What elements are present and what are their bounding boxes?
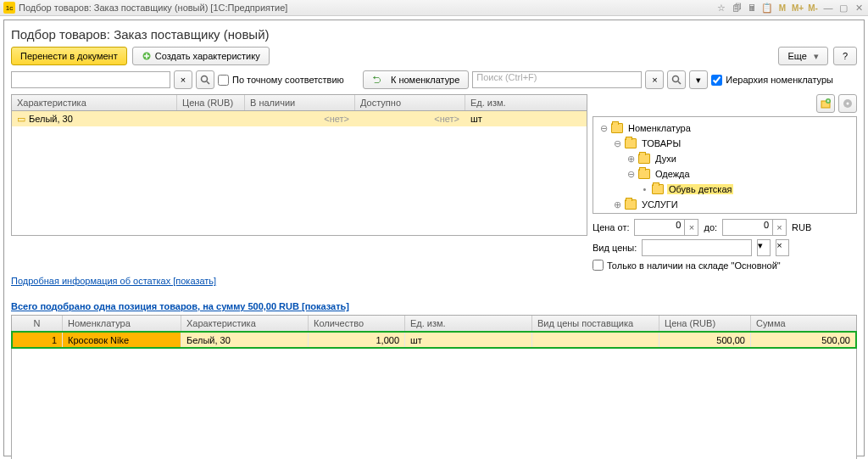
folder-icon [652, 184, 664, 194]
svg-point-3 [673, 76, 679, 82]
price-to-input[interactable]: 0 [722, 219, 773, 236]
col-available[interactable]: Доступно [355, 95, 465, 110]
more-button[interactable]: Еще▾ [778, 47, 827, 65]
hierarchy-checkbox[interactable]: Иерархия номенклатуры [711, 75, 833, 86]
tree-uslugi[interactable]: ⊕УСЛУГИ [597, 197, 853, 212]
tb-icon-1[interactable]: ☆ [715, 2, 727, 14]
exact-match-checkbox[interactable]: По точному соответствию [218, 75, 344, 86]
col2-sum[interactable]: Сумма [751, 316, 856, 331]
price-from-clear[interactable]: × [685, 219, 698, 236]
search-dropdown-button[interactable]: ▾ [689, 70, 708, 89]
tree-settings-button[interactable] [838, 94, 857, 113]
price-type-clear[interactable]: × [776, 239, 789, 256]
tree-odezhda[interactable]: ⊖Одежда [597, 166, 853, 182]
price-from-input[interactable]: 0 [634, 219, 685, 236]
price-type-dropdown[interactable]: ▾ [757, 239, 771, 256]
col2-n[interactable]: N [12, 316, 63, 331]
transfer-to-document-button[interactable]: Перенести в документ [11, 47, 127, 65]
tree-root[interactable]: ⊖Номенклатура [597, 120, 853, 136]
selected-item-row[interactable]: 1 Кросовок Nike Белый, 30 1,000 шт 500,0… [12, 332, 856, 348]
price-type-label: Вид цены: [593, 243, 637, 253]
col2-price[interactable]: Цена (RUB) [659, 316, 751, 331]
folder-icon [625, 138, 637, 148]
minimize-icon[interactable]: — [822, 2, 834, 14]
currency-label: RUB [792, 222, 811, 232]
svg-line-2 [207, 81, 209, 84]
svg-point-1 [202, 76, 208, 82]
tree-tovary[interactable]: ⊖ТОВАРЫ [597, 136, 853, 151]
price-from-label: Цена от: [593, 222, 629, 232]
col2-qty[interactable]: Количество [309, 316, 405, 331]
summary-link[interactable]: Всего подобрано одна позиция товаров, на… [11, 301, 857, 311]
search-1-button[interactable] [196, 70, 214, 89]
col2-uom[interactable]: Ед. изм. [405, 316, 532, 331]
only-instock-checkbox[interactable]: Только в наличии на складе "Основной" [593, 260, 857, 271]
close-icon[interactable]: ✕ [853, 2, 865, 14]
characteristic-row[interactable]: ▭Белый, 30 <нет> <нет> шт [12, 111, 587, 126]
clear-search-1-button[interactable]: × [174, 70, 192, 89]
characteristics-grid[interactable]: Характеристика Цена (RUB) В наличии Дост… [11, 94, 587, 236]
help-button[interactable]: ? [833, 47, 857, 65]
price-to-clear[interactable]: × [773, 219, 787, 236]
search-input-1[interactable] [11, 71, 170, 88]
titlebar: 1c Подбор товаров: Заказ поставщику (нов… [0, 0, 868, 16]
clear-search-2-button[interactable]: × [645, 70, 664, 89]
tb-icon-2[interactable]: 🗐 [731, 2, 743, 14]
item-icon: ▭ [17, 112, 25, 126]
memory-m[interactable]: M [776, 2, 788, 14]
nomenclature-tree[interactable]: ⊖Номенклатура ⊖ТОВАРЫ ⊕Духи ⊖Одежда •Обу… [593, 116, 857, 214]
app-logo-icon: 1c [3, 2, 15, 14]
calculator-icon[interactable]: 🖩 [746, 2, 758, 14]
tree-duhi[interactable]: ⊕Духи [597, 151, 853, 166]
folder-icon [625, 199, 637, 210]
folder-icon [638, 154, 650, 164]
search-2-button[interactable] [667, 70, 686, 89]
price-type-select[interactable] [642, 239, 752, 256]
create-characteristic-button[interactable]: Создать характеристику [132, 47, 270, 65]
col-price[interactable]: Цена (RUB) [177, 95, 245, 110]
search-input-2[interactable]: Поиск (Ctrl+F) [472, 71, 642, 88]
folder-icon [611, 123, 623, 133]
window-title: Подбор товаров: Заказ поставщику (новый)… [19, 3, 715, 13]
col2-char[interactable]: Характеристика [181, 316, 309, 331]
plus-icon [142, 51, 152, 61]
col2-nomen[interactable]: Номенклатура [63, 316, 181, 331]
memory-mminus[interactable]: M- [807, 2, 819, 14]
tree-obuv-detskaya[interactable]: •Обувь детская [597, 182, 853, 197]
col-instock[interactable]: В наличии [245, 95, 355, 110]
memory-mplus[interactable]: M+ [792, 2, 804, 14]
col-characteristic[interactable]: Характеристика [12, 95, 177, 110]
maximize-icon[interactable]: ▢ [837, 2, 849, 14]
col2-ptype[interactable]: Вид цены поставщика [532, 316, 659, 331]
calendar-icon[interactable]: 📋 [761, 2, 773, 14]
tree-add-button[interactable] [816, 94, 835, 113]
stock-details-link[interactable]: Подробная информация об остатках [показа… [11, 276, 857, 286]
svg-line-4 [678, 81, 681, 84]
to-nomenclature-button[interactable]: ⮌ К номенклатуре [363, 70, 469, 89]
folder-icon [638, 169, 650, 179]
page-title: Подбор товаров: Заказ поставщику (новый) [11, 27, 857, 42]
svg-point-8 [847, 103, 849, 105]
price-to-label: до: [704, 222, 717, 232]
selected-items-grid[interactable]: N Номенклатура Характеристика Количество… [11, 315, 857, 459]
col-uom[interactable]: Ед. изм. [465, 95, 587, 110]
